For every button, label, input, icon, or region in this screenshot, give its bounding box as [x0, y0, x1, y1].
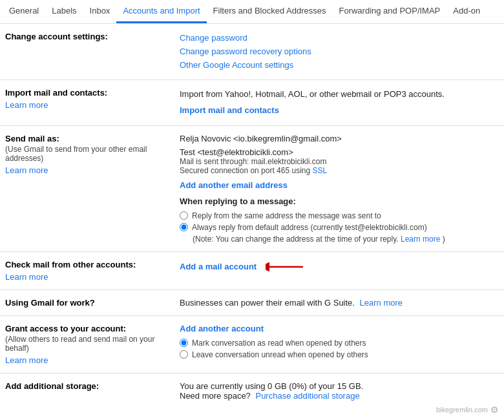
- storage-desc: You are currently using 0 GB (0%) of you…: [180, 381, 499, 391]
- nav-item-inbox[interactable]: Inbox: [83, 0, 117, 23]
- section-title: Add additional storage:: [5, 381, 169, 391]
- reply-learn-more-link[interactable]: Learn more: [401, 235, 440, 244]
- reply-note-text: (Note: You can change the address at the…: [193, 235, 399, 244]
- nav-item-labels[interactable]: Labels: [45, 0, 83, 23]
- grant-option-2: Leave conversation unread when opened by…: [180, 350, 499, 359]
- reply-note-end: ): [443, 235, 445, 244]
- nav-item-accounts[interactable]: Accounts and Import: [116, 0, 206, 23]
- watermark: bikegremlin.com ⚙: [436, 404, 499, 415]
- add-another-account-link[interactable]: Add another account: [180, 324, 264, 333]
- account-2-name: Test <test@elektrobicikli.com>: [180, 147, 293, 157]
- section-value: Relja Novovic <io.bikegremlin@gmail.com>…: [180, 134, 499, 244]
- account-1: Relja Novovic <io.bikegremlin@gmail.com>: [180, 134, 499, 143]
- reply-note: (Note: You can change the address at the…: [193, 235, 499, 244]
- import-action-link[interactable]: Import mail and contacts: [180, 105, 279, 115]
- grant-option-1: Mark conversation as read when opened by…: [180, 339, 499, 348]
- section-title: Import mail and contacts:: [5, 88, 169, 98]
- storage-desc2-block: Need more space? Purchase additional sto…: [180, 391, 499, 401]
- watermark-text: bikegremlin.com: [436, 406, 488, 414]
- section-value: Import from Yahoo!, Hotmail, AOL, or oth…: [180, 88, 499, 118]
- add-email-block: Add another email address: [180, 180, 499, 190]
- section-label: Add additional storage:: [5, 381, 180, 391]
- reply-options: Reply from the same address the message …: [180, 211, 499, 232]
- grant-options: Mark conversation as read when opened by…: [180, 339, 499, 359]
- nav-item-forwarding[interactable]: Forwarding and POP/IMAP: [332, 0, 446, 23]
- ssl-link[interactable]: SSL: [312, 166, 327, 175]
- section-label: Change account settings:: [5, 32, 180, 41]
- grant-learn-more-link[interactable]: Learn more: [5, 355, 48, 365]
- section-import-mail: Import mail and contacts: Learn more Imp…: [0, 80, 504, 126]
- gear-icon: ⚙: [490, 404, 499, 415]
- section-label: Grant access to your account: (Allow oth…: [5, 324, 180, 365]
- reply-block: When replying to a message: Reply from t…: [180, 196, 499, 244]
- reply-option-2-label: Always reply from default address (curre…: [192, 223, 427, 232]
- settings-nav: General Labels Inbox Accounts and Import…: [0, 0, 504, 24]
- grant-option-1-label: Mark conversation as read when opened by…: [192, 339, 366, 348]
- red-arrow-icon: [266, 260, 304, 274]
- section-value: Add another account Mark conversation as…: [180, 324, 499, 362]
- section-title: Grant access to your account:: [5, 324, 169, 333]
- section-value: Change password Change password recovery…: [180, 32, 499, 72]
- section-grant-access: Grant access to your account: (Allow oth…: [0, 316, 504, 373]
- account-2-via: Mail is sent through: mail.elektrobicikl…: [180, 157, 499, 166]
- section-label: Using Gmail for work?: [5, 298, 180, 308]
- section-label: Send mail as: (Use Gmail to send from yo…: [5, 134, 180, 175]
- settings-content: Change account settings: Change password…: [0, 24, 504, 408]
- section-value: You are currently using 0 GB (0%) of you…: [180, 381, 499, 401]
- section-value: Businesses can power their email with G …: [180, 298, 499, 308]
- grant-radio-2[interactable]: [180, 350, 188, 359]
- reply-option-2: Always reply from default address (curre…: [180, 223, 499, 232]
- change-password-link[interactable]: Change password: [180, 33, 247, 43]
- sendmail-learn-more-link[interactable]: Learn more: [5, 165, 48, 175]
- section-title: Check mail from other accounts:: [5, 260, 169, 269]
- account-1-name: Relja Novovic <io.bikegremlin@gmail.com>: [180, 134, 342, 143]
- grant-option-2-label: Leave conversation unread when opened by…: [192, 350, 368, 359]
- section-title: Send mail as:: [5, 134, 169, 143]
- section-check-mail: Check mail from other accounts: Learn mo…: [0, 252, 504, 290]
- section-add-storage: Add additional storage: You are currentl…: [0, 373, 504, 408]
- nav-item-addon[interactable]: Add-on: [446, 0, 487, 23]
- nav-item-general[interactable]: General: [3, 0, 45, 23]
- checkmail-learn-more-link[interactable]: Learn more: [5, 272, 48, 282]
- reply-option-1-label: Reply from the same address the message …: [192, 211, 381, 220]
- section-title: Change account settings:: [5, 32, 108, 41]
- section-value: Add a mail account: [180, 260, 499, 274]
- section-send-mail: Send mail as: (Use Gmail to send from yo…: [0, 126, 504, 252]
- section-label: Import mail and contacts: Learn more: [5, 88, 180, 110]
- reply-label: When replying to a message:: [180, 196, 499, 206]
- reply-radio-1[interactable]: [180, 211, 188, 220]
- add-email-link[interactable]: Add another email address: [180, 180, 288, 190]
- google-account-link[interactable]: Other Google Account settings: [180, 60, 293, 70]
- add-mail-account-link[interactable]: Add a mail account: [180, 262, 257, 271]
- account-2-secured: Secured connection on port 465 using SSL: [180, 166, 499, 175]
- arrow-annotation: [266, 260, 304, 274]
- section-label: Check mail from other accounts: Learn mo…: [5, 260, 180, 282]
- storage-desc2: Need more space?: [180, 391, 251, 401]
- account-2: Test <test@elektrobicikli.com> Mail is s…: [180, 147, 499, 175]
- grant-radio-1[interactable]: [180, 339, 188, 347]
- import-learn-more-link[interactable]: Learn more: [5, 100, 48, 110]
- section-title: Using Gmail for work?: [5, 298, 169, 308]
- gmail-work-desc: Businesses can power their email with G …: [180, 298, 355, 308]
- section-change-account: Change account settings: Change password…: [0, 24, 504, 80]
- section-gmail-work: Using Gmail for work? Businesses can pow…: [0, 290, 504, 316]
- purchase-storage-link[interactable]: Purchase additional storage: [255, 391, 359, 401]
- nav-item-filters[interactable]: Filters and Blocked Addresses: [207, 0, 333, 23]
- import-desc: Import from Yahoo!, Hotmail, AOL, or oth…: [180, 88, 499, 101]
- reply-option-1: Reply from the same address the message …: [180, 211, 499, 220]
- gmail-work-learn-more-link[interactable]: Learn more: [360, 298, 403, 308]
- reply-radio-2[interactable]: [180, 223, 188, 231]
- section-sublabel: (Use Gmail to send from your other email…: [5, 145, 169, 163]
- section-sublabel: (Allow others to read and send mail on y…: [5, 335, 169, 353]
- change-recovery-link[interactable]: Change password recovery options: [180, 47, 311, 56]
